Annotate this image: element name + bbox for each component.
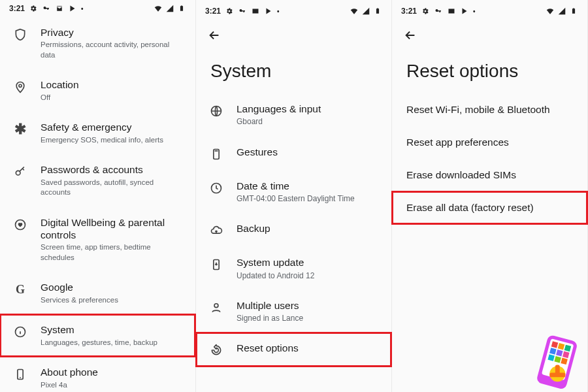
svg-rect-12 bbox=[449, 9, 455, 14]
mail-icon bbox=[447, 7, 456, 16]
item-title: Privacy bbox=[41, 26, 182, 39]
key-icon bbox=[42, 4, 51, 13]
item-title: Gestures bbox=[237, 146, 378, 158]
dot-icon: • bbox=[81, 5, 84, 12]
clock-icon bbox=[209, 181, 223, 195]
battery-icon bbox=[373, 7, 382, 16]
play-icon bbox=[68, 4, 77, 13]
system-item-gestures[interactable]: Gestures bbox=[196, 137, 391, 171]
gesture-icon bbox=[209, 147, 223, 161]
wifi-icon bbox=[154, 4, 163, 13]
page-title: System bbox=[196, 49, 391, 93]
item-title: Safety & emergency bbox=[41, 121, 182, 133]
system-item-languages[interactable]: Languages & inputGboard bbox=[196, 93, 391, 137]
status-time: 3:21 bbox=[205, 7, 221, 16]
signal-icon bbox=[165, 4, 174, 13]
item-sub: Screen time, app timers, bedtime schedul… bbox=[41, 242, 182, 263]
item-title: Multiple users bbox=[237, 299, 378, 312]
signal-icon bbox=[361, 7, 370, 16]
item-title: Google bbox=[41, 281, 182, 293]
dot-icon: • bbox=[473, 8, 476, 15]
reset-item-factory[interactable]: Erase all data (factory reset) bbox=[392, 191, 587, 224]
status-bar: 3:21 • bbox=[196, 0, 391, 18]
item-title: About phone bbox=[41, 366, 182, 378]
svg-point-1 bbox=[16, 171, 20, 176]
heart-icon bbox=[13, 218, 27, 232]
item-sub: Permissions, account activity, personal … bbox=[41, 40, 182, 60]
settings-item-privacy[interactable]: PrivacyPermissions, account activity, pe… bbox=[0, 17, 195, 69]
item-title: Passwords & accounts bbox=[41, 163, 182, 176]
system-item-users[interactable]: Multiple usersSigned in as Lance bbox=[196, 290, 391, 333]
settings-item-passwords[interactable]: Passwords & accountsSaved passwords, aut… bbox=[0, 154, 195, 206]
item-sub: Languages, gestures, time, backup bbox=[41, 338, 182, 348]
status-bar: 3:21 • bbox=[0, 0, 195, 13]
play-icon bbox=[264, 7, 273, 16]
item-sub: GMT-04:00 Eastern Daylight Time bbox=[237, 193, 378, 204]
svg-point-11 bbox=[214, 303, 218, 307]
reset-options-pane: 3:21 • Reset options Reset Wi-Fi, mobile… bbox=[392, 0, 588, 392]
item-sub: Updated to Android 12 bbox=[237, 270, 378, 281]
item-sub: Saved passwords, autofill, synced accoun… bbox=[41, 178, 182, 198]
settings-main-pane: 3:21 • PrivacyPermissions, account activ… bbox=[0, 0, 196, 392]
system-item-update[interactable]: System updateUpdated to Android 12 bbox=[196, 247, 391, 290]
settings-item-google[interactable]: G GoogleServices & preferences bbox=[0, 272, 195, 314]
g-icon: G bbox=[13, 282, 27, 297]
phone-icon bbox=[13, 367, 27, 382]
key-icon bbox=[13, 165, 27, 179]
shield-icon bbox=[13, 27, 27, 42]
key-icon bbox=[238, 7, 247, 16]
play-icon bbox=[460, 7, 469, 16]
system-item-reset[interactable]: Reset options bbox=[196, 333, 391, 367]
gear-icon bbox=[29, 4, 38, 13]
item-sub: Pixel 4a bbox=[41, 380, 182, 391]
item-title: Reset options bbox=[237, 342, 378, 354]
item-title: Languages & input bbox=[237, 103, 378, 115]
globe-icon bbox=[209, 104, 223, 118]
back-button[interactable] bbox=[206, 27, 222, 43]
asterisk-icon: ✱ bbox=[13, 122, 27, 137]
update-icon bbox=[209, 257, 223, 272]
system-list: Languages & inputGboard Gestures Date & … bbox=[196, 93, 391, 367]
watermark-logo bbox=[531, 335, 587, 391]
reset-item-wifi[interactable]: Reset Wi-Fi, mobile & Bluetooth bbox=[392, 93, 587, 126]
gear-icon bbox=[421, 7, 430, 16]
wifi-icon bbox=[546, 7, 555, 16]
system-pane: 3:21 • System Languages & inputGboard Ge… bbox=[196, 0, 392, 392]
wifi-icon bbox=[350, 7, 359, 16]
status-bar: 3:21 • bbox=[392, 0, 587, 18]
item-title: Digital Wellbeing & parental controls bbox=[41, 216, 182, 242]
page-title: Reset options bbox=[392, 49, 587, 93]
status-time: 3:21 bbox=[9, 4, 25, 13]
mail-icon bbox=[251, 7, 260, 16]
item-sub: Emergency SOS, medical info, alerts bbox=[41, 135, 182, 146]
dot-icon: • bbox=[277, 8, 280, 15]
system-item-backup[interactable]: Backup bbox=[196, 213, 391, 247]
svg-rect-26 bbox=[549, 372, 565, 377]
system-item-datetime[interactable]: Date & timeGMT-04:00 Eastern Daylight Ti… bbox=[196, 171, 391, 214]
item-title: System bbox=[41, 323, 182, 336]
reset-item-sims[interactable]: Erase downloaded SIMs bbox=[392, 159, 587, 191]
item-sub: Signed in as Lance bbox=[237, 313, 378, 323]
item-title: Date & time bbox=[237, 180, 378, 192]
settings-item-about[interactable]: About phonePixel 4a bbox=[0, 357, 195, 392]
settings-list: PrivacyPermissions, account activity, pe… bbox=[0, 13, 195, 392]
cloud-icon bbox=[209, 223, 223, 238]
svg-point-0 bbox=[19, 85, 22, 88]
back-button[interactable] bbox=[402, 27, 418, 43]
item-title: Backup bbox=[237, 222, 378, 235]
item-sub: Gboard bbox=[237, 116, 378, 127]
reset-item-apps[interactable]: Reset app preferences bbox=[392, 126, 587, 159]
reset-list: Reset Wi-Fi, mobile & Bluetooth Reset ap… bbox=[392, 93, 587, 224]
item-sub: Services & preferences bbox=[41, 295, 182, 306]
settings-item-wellbeing[interactable]: Digital Wellbeing & parental controlsScr… bbox=[0, 207, 195, 272]
settings-item-location[interactable]: LocationOff bbox=[0, 69, 195, 112]
settings-item-system[interactable]: SystemLanguages, gestures, time, backup bbox=[0, 314, 195, 357]
signal-icon bbox=[557, 7, 566, 16]
users-icon bbox=[209, 301, 223, 315]
settings-item-safety[interactable]: ✱ Safety & emergencyEmergency SOS, medic… bbox=[0, 112, 195, 154]
reset-icon bbox=[209, 343, 223, 357]
item-title: Location bbox=[41, 78, 182, 91]
item-sub: Off bbox=[41, 93, 182, 103]
battery-icon bbox=[569, 7, 578, 16]
key-icon bbox=[434, 7, 443, 16]
